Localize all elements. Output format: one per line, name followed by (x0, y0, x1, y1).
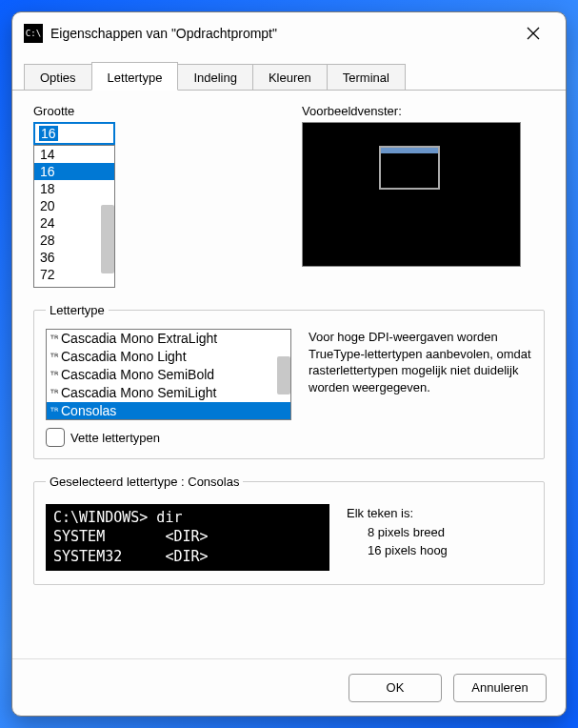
cancel-button[interactable]: Annuleren (453, 674, 547, 702)
size-listbox[interactable]: 14 16 18 20 24 28 36 72 (33, 145, 115, 288)
dpi-help-text: Voor hoge DPI-weergaven worden TrueType-… (309, 329, 532, 420)
tab-kleuren[interactable]: Kleuren (252, 64, 328, 90)
truetype-icon: ᵀᴿ (50, 406, 58, 416)
font-option[interactable]: ᵀᴿConsolas (47, 402, 290, 420)
char-height-text: 16 pixels hoog (347, 541, 448, 560)
preview-mini-window (379, 146, 440, 190)
size-input[interactable]: 16 (33, 122, 115, 145)
font-group-label: Lettertype (46, 303, 109, 317)
bold-checkbox[interactable] (46, 428, 65, 447)
properties-dialog: C:\ Eigenschappen van "Opdrachtprompt" O… (11, 11, 567, 717)
tab-indeling[interactable]: Indeling (177, 64, 253, 90)
size-scrollbar-thumb[interactable] (101, 205, 114, 273)
char-info-title: Elk teken is: (347, 504, 448, 523)
preview-window (302, 122, 521, 267)
tab-lettertype[interactable]: Lettertype (91, 62, 179, 91)
tab-bar: Opties Lettertype Indeling Kleuren Termi… (12, 60, 566, 91)
font-option[interactable]: ᵀᴿCascadia Mono Light (47, 348, 290, 366)
tab-content: Grootte 16 14 16 18 20 24 28 36 72 Voorb (12, 91, 566, 658)
tab-opties[interactable]: Opties (24, 64, 92, 90)
size-group: Grootte 16 14 16 18 20 24 28 36 72 (33, 104, 273, 288)
terminal-preview: C:\WINDOWS> dir SYSTEM <DIR> SYSTEM32 <D… (46, 504, 329, 571)
size-label: Grootte (33, 104, 273, 118)
font-option[interactable]: ᵀᴿCascadia Mono ExtraLight (47, 330, 290, 348)
truetype-icon: ᵀᴿ (50, 334, 58, 344)
size-option[interactable]: 14 (34, 146, 114, 163)
font-option[interactable]: ᵀᴿCascadia Mono SemiLight (47, 384, 290, 402)
font-listbox[interactable]: ᵀᴿCascadia Mono ExtraLight ᵀᴿCascadia Mo… (46, 329, 291, 420)
font-option[interactable]: ᵀᴿCascadia Mono SemiBold (47, 366, 290, 384)
preview-label: Voorbeeldvenster: (302, 104, 545, 118)
char-dimensions: Elk teken is: 8 pixels breed 16 pixels h… (347, 504, 448, 560)
font-group: Lettertype ᵀᴿCascadia Mono ExtraLight ᵀᴿ… (33, 303, 545, 459)
close-icon (527, 27, 540, 40)
font-scrollbar-thumb[interactable] (277, 356, 290, 394)
truetype-icon: ᵀᴿ (50, 370, 58, 380)
truetype-icon: ᵀᴿ (50, 352, 58, 362)
dialog-footer: OK Annuleren (12, 658, 566, 716)
window-title: Eigenschappen van "Opdrachtprompt" (50, 26, 505, 41)
char-width-text: 8 pixels breed (347, 523, 448, 542)
size-option[interactable]: 16 (34, 163, 114, 180)
tab-terminal[interactable]: Terminal (327, 64, 406, 90)
preview-group: Voorbeeldvenster: (302, 104, 545, 288)
close-button[interactable] (512, 12, 554, 54)
selected-font-label: Geselecteerd lettertype : Consolas (46, 475, 243, 489)
app-icon: C:\ (24, 24, 43, 43)
ok-button[interactable]: OK (349, 674, 442, 702)
selected-font-group: Geselecteerd lettertype : Consolas C:\WI… (33, 475, 545, 585)
bold-checkbox-label: Vette lettertypen (70, 431, 160, 445)
truetype-icon: ᵀᴿ (50, 388, 58, 398)
titlebar: C:\ Eigenschappen van "Opdrachtprompt" (12, 12, 566, 54)
size-option[interactable]: 18 (34, 180, 114, 197)
